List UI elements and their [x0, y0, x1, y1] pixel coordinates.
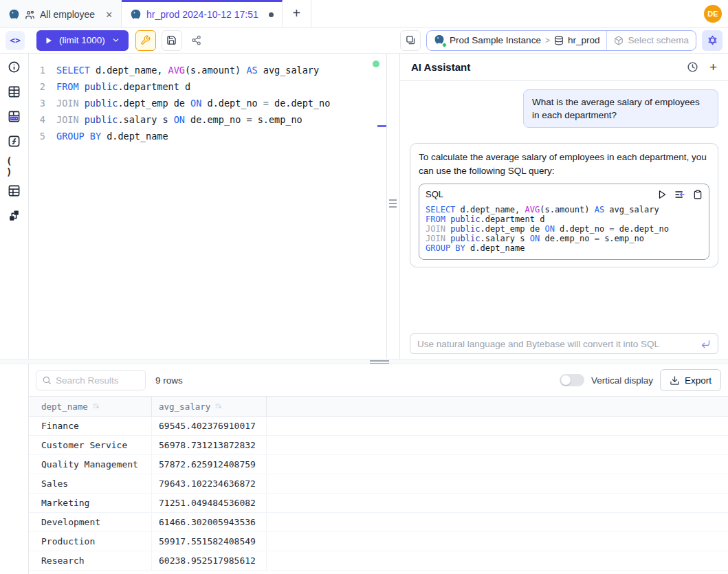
search-results-input[interactable]	[56, 375, 140, 386]
code-language-label: SQL	[426, 188, 443, 201]
sort-icon[interactable]	[92, 402, 100, 410]
history-clock-icon[interactable]	[687, 61, 698, 73]
splitter-drag-handle[interactable]	[389, 199, 397, 208]
new-chat-icon[interactable]: +	[709, 60, 717, 74]
sample-data-icon[interactable]	[6, 109, 22, 124]
table-row[interactable]: Development61466.302005943536	[29, 513, 728, 532]
column-header-avg-salary[interactable]: avg_salary	[152, 397, 267, 416]
ai-assistant-header: AI Assistant +	[400, 54, 728, 81]
postgres-icon	[130, 9, 142, 21]
assistant-text: To calculate the average salary of emplo…	[419, 152, 707, 176]
share-button[interactable]	[186, 30, 207, 51]
procedures-icon[interactable]: ( )	[6, 158, 22, 174]
overview-ruler-marker	[377, 125, 386, 127]
code-line: JOIN public.salary s ON de.emp_no = s.em…	[426, 234, 703, 243]
save-icon	[166, 35, 177, 45]
schema-cube-icon	[614, 36, 624, 45]
schema-selector[interactable]: Select schema	[606, 31, 696, 50]
column-label: dept_name	[41, 401, 88, 412]
run-query-button[interactable]: (limit 1000)	[36, 30, 129, 51]
shared-sheet-icon	[25, 10, 35, 20]
instance-name: Prod Sample Instance	[450, 35, 541, 45]
bytebase-sql-editor: All employee ✕ hr_prod 2024-10-12 17:51 …	[0, 0, 728, 574]
schema-placeholder: Select schema	[628, 35, 689, 45]
copy-icon[interactable]	[693, 190, 703, 199]
export-label: Export	[685, 375, 712, 386]
toolbar-right-group: Prod Sample Instance > hr_prod Select sc…	[395, 30, 723, 51]
connection-database-selector[interactable]: Prod Sample Instance > hr_prod	[427, 31, 606, 50]
column-header-dept-name[interactable]: dept_name	[29, 397, 152, 416]
external-tables-icon[interactable]	[6, 183, 22, 199]
left-icon-rail: ( )	[0, 54, 29, 359]
result-grid-header: dept_name avg_salary	[29, 396, 728, 417]
horizontal-splitter[interactable]	[0, 359, 728, 364]
sql-code-block: SQL	[419, 184, 709, 260]
table-row[interactable]: Customer Service56978.731213872832	[29, 436, 728, 455]
splitter-drag-handle[interactable]	[370, 360, 389, 364]
code-line: 1SELECT d.dept_name, AVG(s.amount) AS av…	[29, 62, 386, 78]
chat-messages: What is the average salary of employees …	[400, 81, 728, 359]
unsaved-dot	[269, 12, 274, 17]
code-block-lines: SELECT d.dept_name, AVG(s.amount) AS avg…	[419, 203, 709, 259]
code-panel-toggle-button[interactable]: <>	[5, 31, 25, 50]
vertical-display-label: Vertical display	[591, 375, 653, 386]
sql-editor[interactable]: 1SELECT d.dept_name, AVG(s.amount) AS av…	[29, 54, 387, 359]
insert-into-editor-icon[interactable]	[674, 189, 685, 200]
user-avatar[interactable]: DE	[704, 5, 722, 23]
tab-label: All employee	[40, 9, 95, 20]
connection-pill: Prod Sample Instance > hr_prod Select sc…	[426, 30, 696, 51]
table-row[interactable]: Finance69545.402376910017	[29, 417, 728, 436]
tab-all-employee[interactable]: All employee ✕	[0, 0, 122, 27]
close-tab-icon[interactable]: ✕	[105, 10, 113, 20]
ai-prompt-inputbox	[410, 333, 718, 354]
code-line: 3JOIN public.dept_emp de ON d.dept_no = …	[29, 95, 386, 111]
user-message-bubble: What is the average salary of employees …	[523, 89, 718, 128]
postgres-icon	[434, 34, 445, 46]
main-area: ( ) 1SELECT d.dept_name, AVG(s.amount) A…	[0, 54, 728, 359]
tab-bar: All employee ✕ hr_prod 2024-10-12 17:51 …	[0, 0, 728, 27]
table-row[interactable]: Marketing71251.049484536082	[29, 494, 728, 513]
schema-diagram-icon[interactable]	[6, 208, 22, 223]
export-button[interactable]: Export	[660, 369, 721, 391]
search-results-box	[36, 370, 146, 390]
run-button-label: (limit 1000)	[59, 35, 105, 45]
share-icon	[191, 35, 201, 45]
run-code-icon[interactable]	[657, 190, 667, 199]
new-tab-button[interactable]: +	[283, 0, 311, 27]
sort-icon[interactable]	[214, 402, 223, 410]
save-sheet-button[interactable]	[162, 30, 182, 51]
results-panel: 9 rows Vertical display Export dept_name	[0, 364, 728, 574]
code-line: 4JOIN public.salary s ON de.emp_no = s.e…	[29, 111, 386, 128]
rail-spacer	[0, 364, 29, 574]
ai-assistant-toggle-button[interactable]	[702, 30, 723, 51]
database-icon	[554, 36, 564, 45]
code-line: 2FROM public.department d	[29, 78, 386, 95]
vertical-splitter[interactable]	[387, 54, 399, 359]
tab-hr-prod[interactable]: hr_prod 2024-10-12 17:51	[122, 0, 283, 27]
info-icon[interactable]	[6, 59, 22, 75]
tab-label: hr_prod 2024-10-12 17:51	[146, 9, 258, 20]
ai-prompt-input[interactable]	[417, 339, 695, 349]
functions-icon[interactable]	[6, 133, 22, 149]
vertical-display-toggle[interactable]	[560, 374, 584, 386]
postgres-icon	[8, 9, 20, 21]
admin-wrench-button[interactable]	[135, 30, 156, 51]
results-toolbar: 9 rows Vertical display Export	[29, 364, 728, 396]
result-rows: Finance69545.402376910017Customer Servic…	[29, 417, 728, 571]
status-dot	[442, 43, 447, 47]
table-row[interactable]: Research60238.952517985612	[29, 551, 728, 571]
query-status-dot	[373, 60, 379, 67]
connection-switch-icon	[406, 35, 416, 45]
submit-return-icon[interactable]	[701, 339, 711, 349]
search-icon	[42, 375, 52, 385]
chevron-down-icon[interactable]	[111, 36, 120, 45]
table-row[interactable]: Quality Management57872.625912408759	[29, 455, 728, 474]
column-label: avg_salary	[159, 401, 210, 412]
select-connection-button[interactable]	[400, 30, 421, 51]
code-line: FROM public.department d	[426, 214, 703, 224]
table-row[interactable]: Sales79643.102234636872	[29, 474, 728, 494]
result-grid: dept_name avg_salary Finance69545.402376…	[29, 396, 728, 574]
table-row[interactable]: Production59917.551582408549	[29, 532, 728, 551]
tables-icon[interactable]	[6, 84, 22, 100]
code-line: GROUP BY d.dept_name	[426, 243, 703, 253]
